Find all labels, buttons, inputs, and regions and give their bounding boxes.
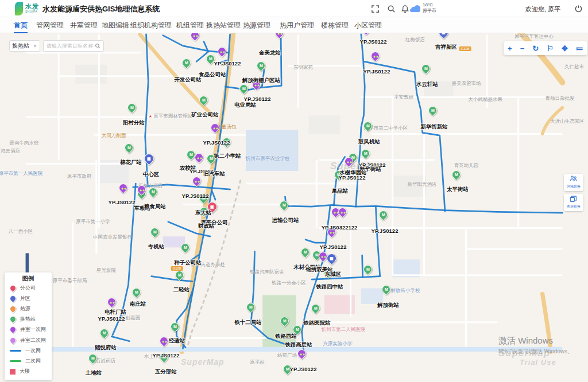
well-primary-pin[interactable] [188,33,200,41]
heat-station-pin[interactable]: M [98,327,110,339]
station-label[interactable]: 食品公司站 [199,71,226,79]
heat-station-pin[interactable]: M [173,269,185,281]
station-label[interactable]: 吉祥新区 [435,44,457,51]
tab-6[interactable]: 换热站管理 [206,17,241,33]
search-icon[interactable] [387,5,396,13]
tab-5[interactable]: 机组管理 [176,17,204,33]
heat-station-pin[interactable]: M [299,246,311,258]
fullscreen-icon[interactable] [371,5,380,13]
station-label[interactable]: YP.JS0122 [290,366,317,372]
station-label[interactable]: 东大站 [195,209,212,217]
station-label[interactable]: 铁路高层站 [285,341,312,349]
heat-station-pin[interactable]: M [359,147,371,159]
tab-3[interactable]: 地图编辑 [102,17,129,33]
station-label[interactable]: 棉花厂站 [120,159,142,166]
reset-icon[interactable]: ↻ [532,45,539,52]
station-label[interactable]: 东城区 [325,271,342,278]
search-category-select[interactable]: 换热站 ▼ [9,40,40,52]
tab-7[interactable]: 热源管理 [243,17,270,33]
heat-station-pin[interactable]: M [148,226,160,238]
heat-station-pin[interactable]: M [237,83,249,95]
station-label[interactable]: 五分部站 [155,368,177,376]
well-primary-pin[interactable] [295,348,307,360]
well-primary-pin[interactable] [215,45,227,57]
station-label[interactable]: YP.JS0122 [339,174,366,181]
well-primary-pin[interactable] [117,182,129,194]
tab-1[interactable]: 管网管理 [36,17,64,33]
station-label[interactable]: YP.JS0122 [360,38,387,45]
station-label[interactable]: YP.JS0122 [153,352,180,358]
heat-station-pin[interactable]: M [278,315,290,327]
station-label[interactable]: YP.JS0122 [109,199,136,205]
map-canvas[interactable]: SuperMap SuperMap SuperMap Trial Use 激活 … [0,33,588,382]
well-primary-pin[interactable] [157,335,169,347]
tab-10[interactable]: 小区管理 [354,17,382,33]
heat-station-pin[interactable]: M [419,63,431,75]
zoom-out-icon[interactable]: − [520,45,525,52]
station-label[interactable]: 南庄站 [130,301,146,308]
list-icon[interactable]: ≔ [576,45,583,52]
tab-2[interactable]: 井室管理 [70,17,98,33]
station-label[interactable]: YP.JS0122 [320,244,347,250]
heat-station-pin[interactable]: M [380,283,392,295]
heat-station-pin[interactable]: M [254,60,266,72]
heat-station-pin[interactable]: M [179,241,191,254]
region-switch-button[interactable]: 区域切换 [564,174,583,191]
well-primary-pin[interactable] [105,296,117,308]
station-label[interactable]: 铁十二局站 [234,319,262,326]
station-label[interactable]: 阳村分站 [123,119,145,127]
district-pin[interactable]: ▦ [142,151,156,165]
station-label[interactable]: 矿业公司站 [191,111,219,119]
logout-icon[interactable] [574,5,583,13]
pan-icon[interactable]: ✥ [562,45,568,52]
station-label[interactable]: 第二小学站 [214,153,241,160]
station-label[interactable]: 开发公司站 [174,76,202,84]
station-label[interactable]: 新华街新站 [420,123,448,131]
search-input[interactable]: 请输入搜索目标名称 [43,40,104,52]
heat-station-pin[interactable]: M [244,301,256,313]
station-label[interactable]: YP.JS0122 [98,315,125,322]
station-label[interactable]: 电业局站 [234,102,256,109]
station-label[interactable]: 专机站 [148,243,165,251]
bell-icon[interactable] [401,5,409,13]
station-label[interactable]: 种子公司站 [174,259,202,267]
station-label[interactable]: YP.JS0322122 [322,224,358,231]
well-primary-pin[interactable] [273,33,285,39]
heat-station-pin[interactable]: M [180,57,192,69]
measure-icon[interactable]: ⚐ [547,45,554,52]
well-primary-pin[interactable] [190,175,202,187]
station-label[interactable]: 鼓风机站 [358,138,380,146]
station-label[interactable]: 解放街棚户区站 [242,77,281,84]
station-label[interactable]: 中心区 [143,171,160,178]
station-label[interactable]: YP.JS0122 [214,60,241,67]
station-label[interactable]: 铁路西站 [275,333,297,340]
station-label[interactable]: 二轻站 [173,286,190,294]
station-label[interactable]: 铁路四中站 [316,283,343,291]
tab-0[interactable]: 首页 [14,17,28,33]
tab-4[interactable]: 组织机构管理 [130,17,172,33]
station-label[interactable]: 经适站 [169,337,185,345]
station-label[interactable]: 运输公司站 [272,217,299,224]
heat-station-pin[interactable]: M [122,142,134,154]
station-label[interactable]: YP.JS0122 [203,139,230,146]
tab-8[interactable]: 热用户管理 [280,17,314,33]
station-label[interactable]: 金美龙站 [259,49,281,57]
station-label[interactable]: 财政站 [198,223,215,230]
station-label[interactable]: YP.JS0122 [372,228,399,234]
station-label[interactable]: 熙悦府站 [95,344,117,352]
station-label[interactable]: YP.JS0122 [182,193,209,199]
search-icon[interactable] [95,43,100,49]
layer-switch-button[interactable]: 图层切换 [564,194,583,211]
heat-station-pin[interactable]: M [426,104,438,116]
heat-station-pin[interactable]: M [130,286,142,298]
well-primary-pin[interactable] [359,33,372,36]
station-label[interactable]: 粮食局站 [144,203,166,211]
station-label[interactable]: 水云轩站 [416,81,438,88]
station-label[interactable]: 太平街站 [447,186,469,193]
heat-station-pin[interactable]: M [277,199,289,211]
well-primary-pin[interactable] [369,50,381,62]
station-label[interactable]: YP.JS0122 [363,68,390,75]
heat-station-pin[interactable]: M [450,169,462,181]
heat-station-pin[interactable]: M [168,321,180,333]
heat-station-pin[interactable]: M [197,94,209,106]
